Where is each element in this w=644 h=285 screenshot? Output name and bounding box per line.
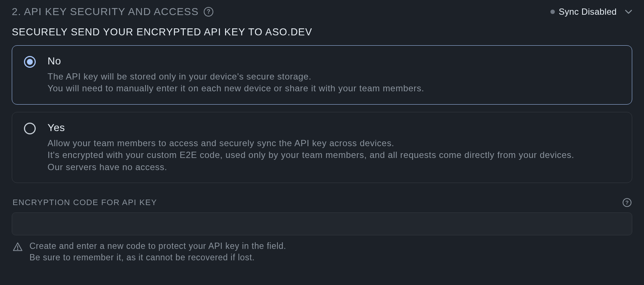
option-yes-title: Yes — [48, 122, 620, 134]
help-icon[interactable]: ? — [623, 198, 631, 207]
warning-icon — [13, 242, 23, 253]
sync-status-label: Sync Disabled — [559, 7, 617, 17]
sync-status-area: Sync Disabled — [550, 7, 632, 17]
svg-point-1 — [17, 249, 18, 249]
option-no-title: No — [48, 55, 620, 67]
section-title: 2. API KEY SECURITY AND ACCESS — [12, 6, 199, 18]
section-header: 2. API KEY SECURITY AND ACCESS ? Sync Di… — [12, 6, 632, 18]
radio-yes[interactable] — [24, 123, 36, 134]
option-yes[interactable]: Yes Allow your team members to access an… — [12, 112, 632, 183]
encryption-section: ENCRYPTION CODE FOR API KEY ? Create and… — [12, 198, 632, 263]
encryption-hint-row: Create and enter a new code to protect y… — [12, 240, 632, 263]
option-no-desc: The API key will be stored only in your … — [48, 71, 620, 95]
option-no[interactable]: No The API key will be stored only in yo… — [12, 45, 632, 105]
encryption-hint: Create and enter a new code to protect y… — [29, 240, 286, 263]
encryption-label: ENCRYPTION CODE FOR API KEY — [13, 198, 157, 207]
option-yes-desc: Allow your team members to access and se… — [48, 137, 620, 173]
help-icon[interactable]: ? — [204, 7, 213, 17]
chevron-down-icon[interactable] — [625, 9, 632, 14]
option-yes-body: Yes Allow your team members to access an… — [48, 122, 620, 173]
section-subtitle: SECURELY SEND YOUR ENCRYPTED API KEY TO … — [12, 27, 632, 38]
option-no-body: No The API key will be stored only in yo… — [48, 55, 620, 95]
section-title-wrap: 2. API KEY SECURITY AND ACCESS ? — [12, 6, 213, 18]
sync-status: Sync Disabled — [550, 7, 617, 17]
encryption-label-row: ENCRYPTION CODE FOR API KEY ? — [12, 198, 632, 207]
status-dot-icon — [550, 10, 555, 14]
encryption-code-input[interactable] — [12, 212, 632, 235]
radio-no[interactable] — [24, 56, 36, 68]
